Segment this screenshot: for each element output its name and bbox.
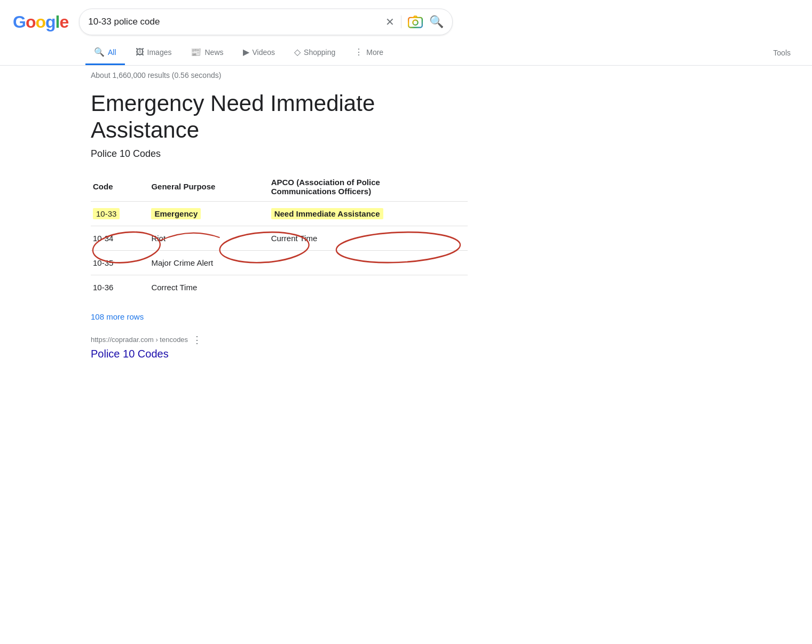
table-header-row: Code General Purpose APCO (Association o… xyxy=(91,172,468,202)
cell-apco-1036 xyxy=(269,275,468,299)
tab-more[interactable]: ⋮ More xyxy=(346,41,392,65)
highlighted-apco: Need Immediate Assistance xyxy=(271,208,383,219)
table-row-1034: 10-34 Riot Current Time xyxy=(91,226,468,250)
shopping-icon: ◇ xyxy=(294,47,301,57)
results-info: About 1,660,000 results (0.56 seconds) xyxy=(0,66,812,85)
header: G o o g l e ✕ xyxy=(0,0,812,41)
tab-news-label: News xyxy=(204,48,223,57)
col-apco: APCO (Association of PoliceCommunication… xyxy=(269,172,468,202)
tab-all-label: All xyxy=(108,48,116,57)
images-icon: 🖼 xyxy=(136,47,144,57)
google-logo[interactable]: G o o g l e xyxy=(13,12,68,32)
logo-l: l xyxy=(56,12,60,32)
tab-shopping-label: Shopping xyxy=(304,48,335,57)
table-row-1035: 10-35 Major Crime Alert xyxy=(91,250,468,275)
police-codes-table: Code General Purpose APCO (Association o… xyxy=(91,172,468,299)
logo-o1: o xyxy=(26,12,36,32)
nav-tabs: 🔍 All 🖼 Images 📰 News ▶ Videos ◇ Shoppin… xyxy=(0,41,812,66)
logo-g2: g xyxy=(45,12,56,32)
more-rows-link[interactable]: 108 more rows xyxy=(91,312,144,321)
cell-apco-1034: Current Time xyxy=(269,226,468,250)
source-url-text: https://copradar.com › tencodes xyxy=(91,336,188,344)
table-row-1033: 10-33 Emergency Need Immediate Assistanc… xyxy=(91,201,468,226)
snippet-title: Emergency Need Immediate Assistance xyxy=(91,90,468,144)
cell-code-1034: 10-34 xyxy=(91,226,149,250)
col-general: General Purpose xyxy=(149,172,269,202)
logo-g: G xyxy=(13,12,26,32)
table-row-1036: 10-36 Correct Time xyxy=(91,275,468,299)
col-code: Code xyxy=(91,172,149,202)
tab-news[interactable]: 📰 News xyxy=(182,41,232,65)
svg-point-1 xyxy=(413,20,418,25)
camera-search-icon[interactable] xyxy=(408,14,423,29)
source-url-line: https://copradar.com › tencodes ⋮ xyxy=(91,334,468,346)
more-icon: ⋮ xyxy=(354,47,363,57)
search-icon[interactable]: 🔍 xyxy=(429,15,444,29)
source-link[interactable]: Police 10 Codes xyxy=(91,348,169,360)
cell-general-1033: Emergency xyxy=(149,201,269,226)
search-input[interactable] xyxy=(88,17,379,27)
tab-all[interactable]: 🔍 All xyxy=(85,41,125,65)
all-icon: 🔍 xyxy=(94,47,105,57)
logo-e: e xyxy=(59,12,68,32)
cell-general-1034: Riot xyxy=(149,226,269,250)
tab-videos-label: Videos xyxy=(253,48,275,57)
tab-videos[interactable]: ▶ Videos xyxy=(234,41,284,65)
search-bar-icons: ✕ 🔍 xyxy=(385,14,444,29)
clear-icon[interactable]: ✕ xyxy=(385,15,395,28)
cell-general-1035: Major Crime Alert xyxy=(149,250,269,275)
cell-code-1036: 10-36 xyxy=(91,275,149,299)
cell-code-1033: 10-33 xyxy=(91,201,149,226)
videos-icon: ▶ xyxy=(243,47,249,57)
tab-more-label: More xyxy=(366,48,383,57)
svg-rect-0 xyxy=(408,18,422,28)
cell-apco-1035 xyxy=(269,250,468,275)
news-icon: 📰 xyxy=(191,47,201,57)
search-divider xyxy=(401,15,401,28)
highlighted-general: Emergency xyxy=(151,208,201,219)
tools-button[interactable]: Tools xyxy=(764,42,799,63)
highlighted-code: 10-33 xyxy=(93,208,120,219)
cell-code-1035: 10-35 xyxy=(91,250,149,275)
snippet-subtitle: Police 10 Codes xyxy=(91,148,468,160)
tab-shopping[interactable]: ◇ Shopping xyxy=(286,41,344,65)
main-content: Emergency Need Immediate Assistance Poli… xyxy=(0,85,480,371)
tab-images-label: Images xyxy=(147,48,172,57)
logo-o2: o xyxy=(35,12,45,32)
cell-general-1036: Correct Time xyxy=(149,275,269,299)
source-more-icon[interactable]: ⋮ xyxy=(192,334,202,346)
results-count-text: About 1,660,000 results (0.56 seconds) xyxy=(91,71,221,79)
table-wrapper: Code General Purpose APCO (Association o… xyxy=(91,172,468,299)
tab-images[interactable]: 🖼 Images xyxy=(127,41,180,65)
cell-apco-1033: Need Immediate Assistance xyxy=(269,201,468,226)
search-bar[interactable]: ✕ 🔍 xyxy=(79,9,453,35)
